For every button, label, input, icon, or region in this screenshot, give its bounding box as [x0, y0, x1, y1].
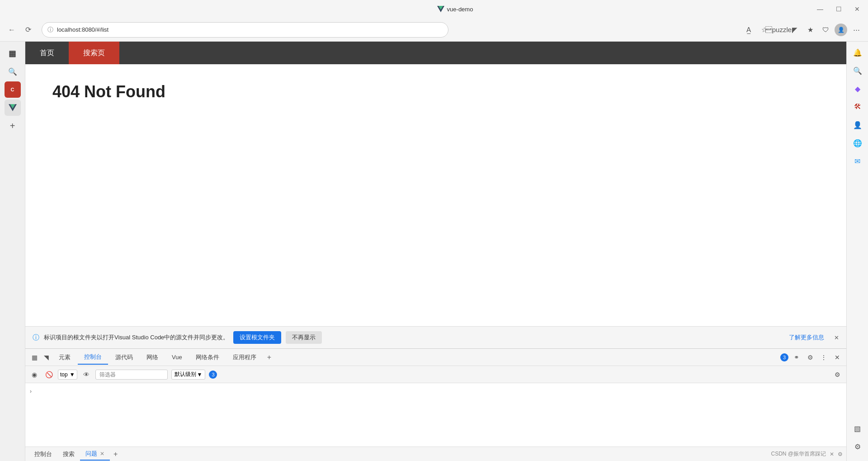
split-view-button[interactable]: ◤: [788, 24, 801, 36]
dont-show-again-button[interactable]: 不再显示: [286, 331, 322, 344]
devtools-tabs: ▦ ◥ 元素 控制台 源代码 网络 Vue 网络条件 应用程序 + 3 ⚭: [25, 349, 846, 366]
right-bottom-settings-icon[interactable]: ⚙: [850, 439, 865, 454]
nav-bar: ← ⟳ ⓘ localhost:8080/#/list A̲ ☆ puzzle…: [0, 18, 868, 42]
right-extensions-icon[interactable]: ◆: [850, 81, 865, 96]
app-nav: 首页 搜索页: [25, 42, 846, 64]
add-bottom-tab-button[interactable]: +: [110, 448, 121, 460]
minimize-button[interactable]: —: [814, 5, 826, 14]
context-selector[interactable]: top ▼: [58, 370, 77, 380]
right-send-icon[interactable]: ✉: [850, 154, 865, 168]
maximize-button[interactable]: ☐: [833, 5, 844, 14]
tab-vue[interactable]: Vue: [165, 351, 189, 363]
tab-network-conditions[interactable]: 网络条件: [189, 351, 226, 364]
notification-close-button[interactable]: ✕: [834, 334, 839, 341]
title-bar-controls: — ☐ ✕: [814, 5, 863, 14]
right-user-icon[interactable]: 👤: [850, 118, 865, 132]
profile-button[interactable]: 👤: [835, 24, 847, 36]
top-label: top: [60, 371, 68, 378]
bottom-right-info: CSDN @振华首席踩记 ✕ ⚙: [771, 450, 843, 458]
devtools-more-button[interactable]: ⋮: [818, 352, 829, 363]
log-level-selector[interactable]: 默认级别 ▼: [171, 370, 206, 380]
devtools-content: ›: [25, 383, 846, 447]
main-layout: ▦ 🔍 C + 首页 搜索页: [0, 42, 868, 461]
nav-actions: A̲ ☆ puzzle; ◤ ★ 🛡 👤 ⋯: [742, 24, 863, 36]
sidebar-csdn-icon[interactable]: C: [5, 81, 21, 98]
issues-tab-close-button[interactable]: ✕: [100, 451, 104, 457]
vue-logo-icon: [437, 6, 444, 12]
devtools-close-button[interactable]: ✕: [832, 352, 843, 363]
info-icon: ⓘ: [47, 26, 53, 34]
right-sidebar-bottom: ▧ ⚙: [850, 421, 865, 457]
right-tools-icon[interactable]: 🛠: [850, 100, 865, 114]
bottom-tab-console[interactable]: 控制台: [29, 448, 57, 460]
close-button[interactable]: ✕: [852, 5, 863, 14]
right-office-icon[interactable]: 🌐: [850, 136, 865, 150]
title-bar: vue-demo — ☐ ✕: [0, 0, 868, 18]
close-bottom-bar-button[interactable]: ✕: [830, 451, 834, 457]
right-qr-code-icon[interactable]: ▧: [850, 421, 865, 436]
nav-search[interactable]: 搜索页: [69, 42, 119, 64]
sidebar-search-icon[interactable]: 🔍: [5, 63, 21, 80]
back-button[interactable]: ←: [5, 24, 18, 36]
set-root-folder-button[interactable]: 设置根文件夹: [233, 331, 281, 344]
browser-right-sidebar: 🔔 🔍 ◆ 🛠 👤 🌐 ✉ ▧ ⚙: [846, 42, 868, 461]
bottom-tabs: 控制台 搜索 问题 ✕ + CSDN @振华首席踩记 ✕: [25, 447, 846, 461]
settings-menu-button[interactable]: ⋯: [850, 24, 863, 36]
console-arrow[interactable]: ›: [29, 387, 33, 395]
devtools-toolbar: ◉ 🚫 top ▼ 👁 默认级别 ▼ 3: [25, 366, 846, 383]
browser-left-sidebar: ▦ 🔍 C +: [0, 42, 25, 461]
console-badge: 3: [780, 353, 788, 361]
devtools-gear-button[interactable]: ⚙: [832, 369, 843, 380]
inspect-element-button[interactable]: ▦: [29, 352, 40, 363]
bottom-tab-issues[interactable]: 问题 ✕: [80, 448, 110, 461]
eye-button[interactable]: 👁: [81, 369, 92, 380]
page-area: 首页 搜索页 404 Not Found ⓘ 标识项目的根文件夹以打开Visua…: [25, 42, 846, 461]
learn-more-link[interactable]: 了解更多信息: [789, 333, 824, 342]
add-devtools-tab-button[interactable]: +: [264, 352, 275, 363]
notification-info-icon: ⓘ: [33, 333, 39, 342]
page-content: 404 Not Found: [25, 64, 846, 326]
console-filter-input[interactable]: [95, 370, 168, 380]
sidebar-tab-icon[interactable]: ▦: [5, 45, 21, 62]
sidebar-add-icon[interactable]: +: [5, 118, 21, 134]
browser-window: vue-demo — ☐ ✕ ← ⟳ ⓘ localhost:8080/#/li…: [0, 0, 868, 461]
collections-button[interactable]: ★: [804, 24, 816, 36]
devtools-settings-button[interactable]: ⚙: [805, 352, 816, 363]
bottom-tab-search[interactable]: 搜索: [57, 448, 80, 460]
browser-essentials-button[interactable]: 🛡: [819, 24, 832, 36]
devtools-notification: ⓘ 标识项目的根文件夹以打开Visual Studio Code中的源文件并同步…: [25, 326, 846, 348]
nav-home[interactable]: 首页: [25, 42, 69, 64]
tab-network[interactable]: 网络: [140, 351, 165, 364]
read-aloud-button[interactable]: A̲: [742, 24, 755, 36]
devtools-tab-controls: 3 ⚭ ⚙ ⋮ ✕: [780, 352, 843, 363]
level-dropdown-arrow: ▼: [197, 371, 203, 378]
console-error-badge: 3: [209, 371, 217, 379]
no-entry-button[interactable]: 🚫: [43, 369, 54, 380]
reload-button[interactable]: ⟳: [22, 24, 34, 36]
devtools-panel: ▦ ◥ 元素 控制台 源代码 网络 Vue 网络条件 应用程序 + 3 ⚭: [25, 348, 846, 461]
right-search-icon[interactable]: 🔍: [850, 63, 865, 78]
address-bar[interactable]: ⓘ localhost:8080/#/list: [42, 22, 448, 38]
right-notifications-icon[interactable]: 🔔: [850, 45, 865, 60]
bottom-settings-icon[interactable]: ⚙: [838, 451, 843, 457]
sidebar-vue-icon[interactable]: [5, 100, 21, 116]
tab-sources[interactable]: 源代码: [109, 351, 139, 364]
tab-application[interactable]: 应用程序: [226, 351, 263, 364]
address-url: localhost:8080/#/list: [57, 26, 108, 33]
device-emulation-button[interactable]: ◥: [41, 352, 52, 363]
notification-message: 标识项目的根文件夹以打开Visual Studio Code中的源文件并同步更改…: [44, 333, 229, 342]
dropdown-arrow-icon: ▼: [70, 371, 75, 378]
title-bar-center: vue-demo: [437, 6, 473, 13]
error-title: 404 Not Found: [52, 82, 819, 101]
clear-console-button[interactable]: ◉: [29, 369, 40, 380]
window-title: vue-demo: [447, 6, 473, 13]
tab-console[interactable]: 控制台: [78, 350, 108, 365]
extensions-button[interactable]: puzzle;: [773, 24, 786, 36]
level-label: 默认级别: [175, 371, 196, 378]
tab-elements[interactable]: 元素: [52, 351, 77, 364]
devtools-connect-button[interactable]: ⚭: [791, 352, 802, 363]
